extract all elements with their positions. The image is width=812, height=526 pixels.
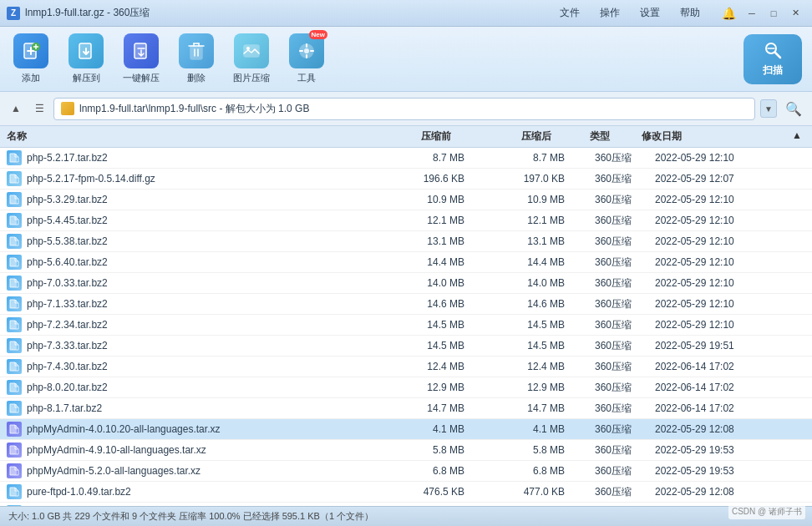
status-bar: 大小: 1.0 GB 共 229 个文件和 9 个文件夹 压缩率 100.0% … bbox=[0, 506, 812, 526]
window-title: lnmp1.9-full.tar.gz - 360压缩 bbox=[25, 6, 556, 20]
search-icon[interactable]: 🔍 bbox=[782, 97, 805, 120]
file-name-cell: php-8.0.20.tar.bz2 bbox=[7, 380, 371, 395]
menu-operate[interactable]: 操作 bbox=[596, 4, 623, 22]
status-text: 大小: 1.0 GB 共 229 个文件和 9 个文件夹 压缩率 100.0% … bbox=[8, 510, 373, 523]
file-name: php-5.5.38.tar.bz2 bbox=[27, 235, 108, 247]
svg-rect-30 bbox=[10, 154, 17, 162]
file-name: php-7.1.33.tar.bz2 bbox=[27, 298, 108, 310]
imgzip-label: 图片压缩 bbox=[233, 72, 270, 84]
file-row[interactable]: php-8.1.7.tar.bz2 14.7 MB 14.7 MB 360压缩 … bbox=[0, 398, 812, 419]
scan-button[interactable]: 扫描 bbox=[743, 34, 802, 84]
extract-button[interactable]: 解压到 bbox=[65, 33, 107, 84]
svg-rect-34 bbox=[10, 237, 17, 245]
tools-button[interactable]: New 工具 bbox=[286, 33, 327, 84]
menu-file[interactable]: 文件 bbox=[556, 4, 583, 22]
file-row[interactable]: php-5.2.17.tar.bz2 8.7 MB 8.7 MB 360压缩 2… bbox=[0, 148, 812, 169]
file-name-cell: php-7.4.30.tar.bz2 bbox=[7, 359, 371, 374]
file-type-icon bbox=[7, 338, 22, 353]
file-name: php-7.2.34.tar.bz2 bbox=[27, 319, 108, 331]
file-type: 360压缩 bbox=[571, 485, 655, 499]
file-size-before: 196.6 KB bbox=[371, 173, 471, 185]
file-size-before: 14.5 MB bbox=[371, 319, 471, 331]
col-header-name: 名称 bbox=[7, 129, 358, 144]
notification-icon[interactable]: 🔔 bbox=[720, 5, 737, 22]
file-type: 360压缩 bbox=[571, 360, 655, 374]
file-date: 2022-06-14 17:02 bbox=[655, 402, 805, 414]
file-name: php-7.0.33.tar.bz2 bbox=[27, 277, 108, 289]
file-type: 360压缩 bbox=[571, 151, 655, 165]
app-icon: Z bbox=[7, 7, 20, 20]
file-row[interactable]: php-5.6.40.tar.bz2 14.4 MB 14.4 MB 360压缩… bbox=[0, 252, 812, 273]
file-type-icon bbox=[7, 484, 22, 499]
file-size-before: 14.0 MB bbox=[371, 277, 471, 289]
imgzip-button[interactable]: 图片压缩 bbox=[231, 33, 272, 84]
file-date: 2022-05-29 12:10 bbox=[655, 319, 805, 331]
menu-bar: 文件 操作 设置 帮助 bbox=[556, 4, 703, 22]
file-date: 2022-05-29 12:10 bbox=[655, 215, 805, 226]
file-size-before: 10.9 MB bbox=[371, 194, 471, 205]
file-list-body: php-5.2.17.tar.bz2 8.7 MB 8.7 MB 360压缩 2… bbox=[0, 148, 812, 506]
file-type-icon bbox=[7, 401, 22, 416]
file-row[interactable]: phpMyAdmin-5.2.0-all-languages.tar.xz 6.… bbox=[0, 461, 812, 482]
svg-rect-40 bbox=[10, 362, 17, 371]
svg-rect-9 bbox=[134, 43, 146, 58]
file-name: phpMyAdmin-5.2.0-all-languages.tar.xz bbox=[27, 465, 200, 477]
file-row[interactable]: php-5.3.29.tar.bz2 10.9 MB 10.9 MB 360压缩… bbox=[0, 190, 812, 210]
menu-settings[interactable]: 设置 bbox=[637, 4, 663, 22]
file-size-before: 14.7 MB bbox=[371, 402, 471, 414]
file-type: 360压缩 bbox=[571, 464, 655, 478]
nav-up-button[interactable]: ▲ bbox=[7, 99, 25, 118]
address-bar: ▲ ☰ lnmp1.9-full.tar\lnmp1.9-full\src - … bbox=[0, 92, 812, 126]
file-list-container: 名称 压缩前 压缩后 类型 修改日期 ▲ php-5.2.17.tar.bz2 … bbox=[0, 126, 812, 506]
file-row[interactable]: php-5.5.38.tar.bz2 13.1 MB 13.1 MB 360压缩… bbox=[0, 231, 812, 252]
file-row[interactable]: php-5.4.45.tar.bz2 12.1 MB 12.1 MB 360压缩… bbox=[0, 210, 812, 231]
file-size-before: 12.4 MB bbox=[371, 361, 471, 372]
nav-list-button[interactable]: ☰ bbox=[30, 99, 48, 118]
file-row[interactable]: pure-ftpd-1.0.49.tar.bz2 476.5 KB 477.0 … bbox=[0, 482, 812, 503]
add-button[interactable]: 添加 bbox=[10, 33, 52, 84]
file-name: php-5.6.40.tar.bz2 bbox=[27, 256, 108, 268]
onekey-label: 一键解压 bbox=[123, 72, 160, 84]
file-size-after: 197.0 KB bbox=[471, 173, 571, 185]
address-path[interactable]: lnmp1.9-full.tar\lnmp1.9-full\src - 解包大小… bbox=[53, 98, 755, 120]
file-row[interactable]: php-7.0.33.tar.bz2 14.0 MB 14.0 MB 360压缩… bbox=[0, 273, 812, 294]
path-dropdown[interactable]: ▼ bbox=[760, 99, 777, 118]
file-date: 2022-05-29 19:53 bbox=[655, 465, 805, 477]
minimize-button[interactable]: ─ bbox=[742, 5, 762, 22]
delete-button[interactable]: 删除 bbox=[175, 33, 217, 84]
window-controls: ─ □ ✕ bbox=[742, 5, 805, 22]
svg-rect-38 bbox=[10, 321, 17, 329]
file-name: php-5.3.29.tar.bz2 bbox=[27, 194, 108, 205]
file-row[interactable]: phpMyAdmin-4.9.10-all-languages.tar.xz 5… bbox=[0, 440, 812, 461]
file-row[interactable]: php-7.3.33.tar.bz2 14.5 MB 14.5 MB 360压缩… bbox=[0, 336, 812, 357]
file-type: 360压缩 bbox=[571, 255, 655, 270]
file-row[interactable]: php-7.2.34.tar.bz2 14.5 MB 14.5 MB 360压缩… bbox=[0, 315, 812, 336]
delete-label: 删除 bbox=[187, 72, 206, 84]
menu-help[interactable]: 帮助 bbox=[677, 4, 703, 22]
restore-button[interactable]: □ bbox=[764, 5, 784, 22]
file-type-icon bbox=[7, 171, 22, 186]
svg-rect-43 bbox=[10, 425, 17, 433]
file-type-icon bbox=[7, 276, 22, 291]
svg-rect-37 bbox=[10, 300, 17, 308]
file-name: php-7.3.33.tar.bz2 bbox=[27, 340, 108, 352]
file-row[interactable]: php-8.0.20.tar.bz2 12.9 MB 12.9 MB 360压缩… bbox=[0, 377, 812, 398]
onekey-extract-button[interactable]: 一键解压 bbox=[120, 33, 162, 84]
col-header-date: 修改日期 bbox=[642, 129, 792, 144]
file-date: 2022-05-29 19:51 bbox=[655, 340, 805, 352]
file-size-after: 14.7 MB bbox=[471, 402, 571, 414]
file-type-icon bbox=[7, 192, 22, 207]
file-row[interactable]: php-7.1.33.tar.bz2 14.6 MB 14.6 MB 360压缩… bbox=[0, 294, 812, 315]
file-name: php-8.1.7.tar.bz2 bbox=[27, 402, 102, 414]
file-row[interactable]: php-5.2.17-fpm-0.5.14.diff.gz 196.6 KB 1… bbox=[0, 169, 812, 190]
close-button[interactable]: ✕ bbox=[785, 5, 805, 22]
file-row[interactable]: phpMyAdmin-4.0.10.20-all-languages.tar.x… bbox=[0, 419, 812, 440]
file-type-icon bbox=[7, 255, 22, 270]
file-row[interactable]: php-7.4.30.tar.bz2 12.4 MB 12.4 MB 360压缩… bbox=[0, 357, 812, 377]
file-name-cell: php-5.2.17-fpm-0.5.14.diff.gz bbox=[7, 171, 371, 186]
title-bar: Z lnmp1.9-full.tar.gz - 360压缩 文件 操作 设置 帮… bbox=[0, 0, 812, 27]
file-name: php-5.2.17-fpm-0.5.14.diff.gz bbox=[27, 173, 155, 185]
file-name: pure-ftpd-1.0.49.tar.bz2 bbox=[27, 486, 131, 498]
path-text: lnmp1.9-full.tar\lnmp1.9-full\src - 解包大小… bbox=[79, 102, 309, 116]
file-size-after: 8.7 MB bbox=[471, 152, 571, 164]
